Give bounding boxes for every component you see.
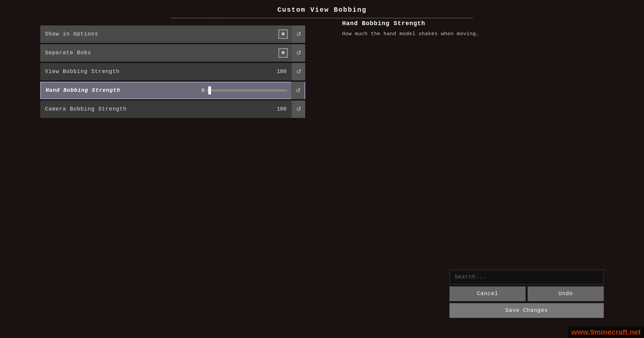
- hand-bobbing-track[interactable]: [207, 89, 287, 91]
- cancel-undo-row: Cancel Undo: [449, 286, 604, 301]
- separate-bobs-checkbox[interactable]: [278, 48, 288, 58]
- undo-button[interactable]: Undo: [528, 286, 604, 301]
- show-in-options-checkbox[interactable]: [278, 29, 288, 39]
- hand-bobbing-slider-container: 0: [198, 88, 290, 93]
- info-description: How much the hand model shakes when movi…: [342, 30, 503, 38]
- bottom-controls: Cancel Undo Save Changes: [449, 270, 604, 318]
- setting-row-camera-bobbing: Camera Bobbing Strength 100 ↺: [40, 100, 305, 118]
- separate-bobs-label: Separate Bobs: [40, 50, 278, 56]
- hand-bobbing-thumb[interactable]: [208, 86, 211, 94]
- show-in-options-reset[interactable]: ↺: [292, 25, 305, 43]
- info-title: Hand Bobbing Strength: [342, 20, 503, 27]
- hand-bobbing-value: 0: [198, 88, 205, 93]
- watermark-text: www.9minecraft.net: [571, 328, 641, 336]
- save-button[interactable]: Save Changes: [449, 303, 604, 318]
- camera-bobbing-value: 100: [274, 106, 290, 112]
- right-panel: Hand Bobbing Strength How much the hand …: [342, 20, 503, 38]
- hand-bobbing-reset[interactable]: ↺: [291, 82, 305, 99]
- setting-row-view-bobbing: View Bobbing Strength 100 ↺: [40, 63, 305, 80]
- cancel-button[interactable]: Cancel: [449, 286, 526, 301]
- left-panel: Show in Options ↺ Separate Bobs ↺ View B…: [40, 20, 305, 118]
- setting-row-separate-bobs: Separate Bobs ↺: [40, 44, 305, 62]
- separate-bobs-reset[interactable]: ↺: [292, 44, 305, 62]
- view-bobbing-reset[interactable]: ↺: [292, 63, 305, 80]
- camera-bobbing-reset[interactable]: ↺: [292, 100, 305, 118]
- view-bobbing-label: View Bobbing Strength: [40, 69, 274, 75]
- view-bobbing-value: 100: [274, 69, 290, 75]
- setting-row-hand-bobbing[interactable]: Hand Bobbing Strength 0 ↺: [40, 82, 305, 99]
- watermark: www.9minecraft.net: [568, 327, 644, 338]
- settings-list: Show in Options ↺ Separate Bobs ↺ View B…: [40, 25, 305, 118]
- show-in-options-label: Show in Options: [40, 31, 278, 37]
- hand-bobbing-label: Hand Bobbing Strength: [41, 87, 198, 93]
- search-input[interactable]: [449, 270, 604, 284]
- page-title: Custom View Bobbing: [171, 0, 473, 18]
- camera-bobbing-label: Camera Bobbing Strength: [40, 106, 274, 112]
- setting-row-show-in-options: Show in Options ↺: [40, 25, 305, 43]
